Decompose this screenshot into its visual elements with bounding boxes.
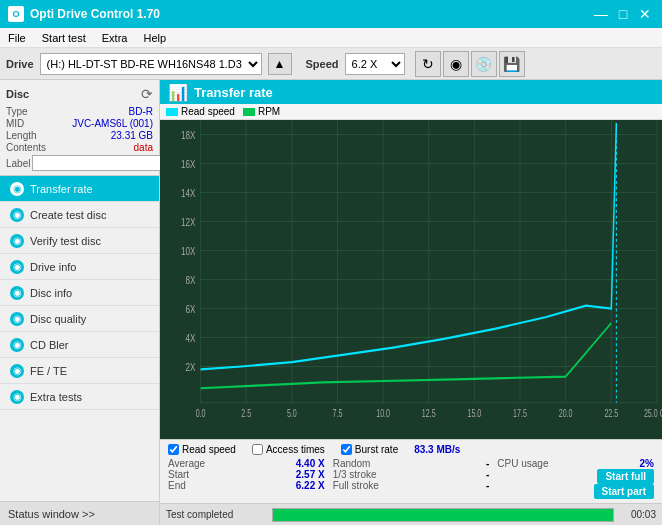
start-value: 2.57 X xyxy=(296,469,325,480)
legend-read-speed-label: Read speed xyxy=(181,106,235,117)
titlebar: O Opti Drive Control 1.70 — □ ✕ xyxy=(0,0,662,28)
fe-te-icon: ◉ xyxy=(10,364,24,378)
svg-text:10.0: 10.0 xyxy=(376,408,390,420)
cb-burst-rate[interactable]: Burst rate xyxy=(341,444,398,455)
menu-file[interactable]: File xyxy=(0,30,34,46)
random-value: - xyxy=(486,458,489,469)
nav-drive-info-label: Drive info xyxy=(30,261,76,273)
nav-extra-tests[interactable]: ◉ Extra tests xyxy=(0,384,159,410)
progress-bar-wrap xyxy=(272,508,614,522)
drive-info-icon: ◉ xyxy=(10,260,24,274)
stats-area: Read speed Access times Burst rate 83.3 … xyxy=(160,439,662,503)
chart-container: 18X 16X 14X 12X 10X 8X 6X 4X 2X 0.0 2.5 … xyxy=(160,120,662,439)
nav-disc-quality[interactable]: ◉ Disc quality xyxy=(0,306,159,332)
chart-legend: Read speed RPM xyxy=(160,104,662,120)
full-stroke-row: Full stroke - xyxy=(333,480,490,491)
svg-text:17.5: 17.5 xyxy=(513,408,527,420)
sidebar: Disc ⟳ Type BD-R MID JVC-AMS6L (001) Len… xyxy=(0,80,160,525)
chart-area: 📊 Transfer rate Read speed RPM xyxy=(160,80,662,525)
drive-select[interactable]: (H:) HL-DT-ST BD-RE WH16NS48 1.D3 xyxy=(40,53,262,75)
cb-burst-rate-input[interactable] xyxy=(341,444,352,455)
disc-section: Disc ⟳ Type BD-R MID JVC-AMS6L (001) Len… xyxy=(0,80,159,176)
disc-type-row: Type BD-R xyxy=(6,106,153,117)
start-part-button[interactable]: Start part xyxy=(594,484,654,499)
cb-read-speed[interactable]: Read speed xyxy=(168,444,236,455)
end-value: 6.22 X xyxy=(296,480,325,491)
disc-info-icon: ◉ xyxy=(10,286,24,300)
status-text: Test completed xyxy=(166,509,266,520)
cpu-row: CPU usage 2% xyxy=(497,458,654,469)
disc-contents-label: Contents xyxy=(6,142,46,153)
menu-help[interactable]: Help xyxy=(135,30,174,46)
close-button[interactable]: ✕ xyxy=(636,5,654,23)
maximize-button[interactable]: □ xyxy=(614,5,632,23)
refresh-icon[interactable]: ↻ xyxy=(415,51,441,77)
app-icon: O xyxy=(8,6,24,22)
disc-contents-value: data xyxy=(134,142,153,153)
cb-burst-rate-label: Burst rate xyxy=(355,444,398,455)
nav-cd-bler[interactable]: ◉ CD Bler xyxy=(0,332,159,358)
nav-transfer-rate[interactable]: ◉ Transfer rate xyxy=(0,176,159,202)
transfer-rate-icon: ◉ xyxy=(10,182,24,196)
cd-bler-icon: ◉ xyxy=(10,338,24,352)
start-part-row[interactable]: Start part xyxy=(497,484,654,499)
checkboxes-row: Read speed Access times Burst rate 83.3 … xyxy=(168,444,654,455)
minimize-button[interactable]: — xyxy=(592,5,610,23)
menu-start-test[interactable]: Start test xyxy=(34,30,94,46)
start-label: Start xyxy=(168,469,189,480)
nav-disc-info[interactable]: ◉ Disc info xyxy=(0,280,159,306)
nav-cd-bler-label: CD Bler xyxy=(30,339,69,351)
chart-svg: 18X 16X 14X 12X 10X 8X 6X 4X 2X 0.0 2.5 … xyxy=(160,120,662,439)
progress-area: Test completed 00:03 xyxy=(160,503,662,525)
nav-verify-test-disc[interactable]: ◉ Verify test disc xyxy=(0,228,159,254)
nav-verify-test-disc-label: Verify test disc xyxy=(30,235,101,247)
stroke1-value: - xyxy=(486,469,489,480)
eject-button[interactable]: ▲ xyxy=(268,53,292,75)
app-title: Opti Drive Control 1.70 xyxy=(30,7,160,21)
random-row: Random - xyxy=(333,458,490,469)
cb-access-times[interactable]: Access times xyxy=(252,444,325,455)
end-label: End xyxy=(168,480,186,491)
create-test-disc-icon: ◉ xyxy=(10,208,24,222)
disc-read-icon[interactable]: ◉ xyxy=(443,51,469,77)
nav-create-test-disc[interactable]: ◉ Create test disc xyxy=(0,202,159,228)
nav-drive-info[interactable]: ◉ Drive info xyxy=(0,254,159,280)
disc-length-row: Length 23.31 GB xyxy=(6,130,153,141)
cpu-label: CPU usage xyxy=(497,458,548,469)
cb-access-times-input[interactable] xyxy=(252,444,263,455)
svg-text:7.5: 7.5 xyxy=(333,408,343,420)
speed-select[interactable]: 6.2 X xyxy=(345,53,405,75)
disc-label-input[interactable] xyxy=(32,155,165,171)
window-controls[interactable]: — □ ✕ xyxy=(592,5,654,23)
disc-write-icon[interactable]: 💿 xyxy=(471,51,497,77)
cb-read-speed-input[interactable] xyxy=(168,444,179,455)
svg-text:12.5: 12.5 xyxy=(422,408,436,420)
disc-header: Disc ⟳ xyxy=(6,86,153,102)
start-full-row[interactable]: Start full xyxy=(497,469,654,484)
cb-access-times-label: Access times xyxy=(266,444,325,455)
chart-header: 📊 Transfer rate xyxy=(160,80,662,104)
status-window-button[interactable]: Status window >> xyxy=(0,501,159,525)
legend-read-speed-color xyxy=(166,108,178,116)
nav-fe-te[interactable]: ◉ FE / TE xyxy=(0,358,159,384)
verify-test-disc-icon: ◉ xyxy=(10,234,24,248)
svg-text:4X: 4X xyxy=(186,331,196,344)
disc-refresh-button[interactable]: ⟳ xyxy=(141,86,153,102)
nav-disc-info-label: Disc info xyxy=(30,287,72,299)
full-stroke-value: - xyxy=(486,480,489,491)
average-row: Average 4.40 X xyxy=(168,458,325,469)
svg-text:22.5: 22.5 xyxy=(604,408,618,420)
cb-read-speed-label: Read speed xyxy=(182,444,236,455)
disc-quality-icon: ◉ xyxy=(10,312,24,326)
disc-mid-row: MID JVC-AMS6L (001) xyxy=(6,118,153,129)
speed-label: Speed xyxy=(306,58,339,70)
start-full-button[interactable]: Start full xyxy=(597,469,654,484)
svg-text:15.0: 15.0 xyxy=(467,408,481,420)
disc-length-label: Length xyxy=(6,130,37,141)
svg-text:2X: 2X xyxy=(186,360,196,373)
extra-tests-icon: ◉ xyxy=(10,390,24,404)
legend-read-speed: Read speed xyxy=(166,106,235,117)
start-row: Start 2.57 X xyxy=(168,469,325,480)
menu-extra[interactable]: Extra xyxy=(94,30,136,46)
save-icon[interactable]: 💾 xyxy=(499,51,525,77)
